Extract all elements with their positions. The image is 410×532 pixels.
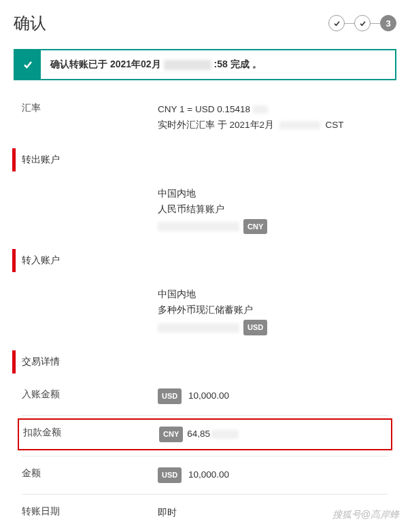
success-banner: 确认转账已于 2021年02月 :58 完成 。 xyxy=(14,49,396,80)
amount-currency-badge: USD xyxy=(158,467,182,483)
redacted-from-account-number xyxy=(158,222,239,231)
from-account-title: 转出账户 xyxy=(22,154,388,166)
redacted-debit-tail xyxy=(211,430,239,439)
progress-stepper: 3 xyxy=(328,15,396,31)
banner-message-suffix: :58 完成 。 xyxy=(214,59,262,71)
to-account-type: 多种外币现汇储蓄账户 xyxy=(158,303,388,318)
to-account-region: 中国内地 xyxy=(158,287,388,303)
amount-value: 10,000.00 xyxy=(188,469,229,480)
credit-amount-label: 入账金额 xyxy=(22,388,158,401)
step-2-done xyxy=(354,15,371,31)
to-account-title: 转入账户 xyxy=(22,254,388,267)
redacted-date xyxy=(164,60,211,70)
to-account-header: 转入账户 xyxy=(0,242,410,279)
credit-currency-badge: USD xyxy=(158,388,182,404)
step-3-active: 3 xyxy=(380,15,396,31)
rate-timestamp-prefix: 实时外汇汇率 于 2021年2月 xyxy=(158,120,274,130)
credit-amount-value: 10,000.00 xyxy=(188,390,229,401)
from-account-region: 中国内地 xyxy=(158,186,388,202)
from-account-type: 人民币结算账户 xyxy=(158,202,388,218)
rate-label: 汇率 xyxy=(22,102,158,114)
debit-amount-label: 扣款金额 xyxy=(23,427,159,439)
from-currency-badge: CNY xyxy=(243,219,267,235)
to-currency-badge: USD xyxy=(243,320,267,335)
rate-timestamp-suffix: CST xyxy=(326,120,344,130)
details-title: 交易详情 xyxy=(22,356,388,368)
banner-message-prefix: 确认转账已于 2021年02月 xyxy=(50,59,161,71)
amount-label: 金额 xyxy=(22,467,158,480)
redacted-rate-time xyxy=(279,121,320,129)
debit-currency-badge: CNY xyxy=(159,427,183,442)
redacted-to-account-number xyxy=(158,323,239,333)
check-icon xyxy=(15,50,41,79)
rate-value: CNY 1 = USD 0.15418 xyxy=(158,104,250,114)
date-label: 转账日期 xyxy=(22,505,158,518)
page-title: 确认 xyxy=(14,12,46,34)
debit-highlight: 扣款金额 CNY 64,85 xyxy=(18,418,392,450)
redacted-rate-tail xyxy=(253,105,268,114)
details-header: 交易详情 xyxy=(0,344,410,380)
debit-amount-prefix: 64,85 xyxy=(187,427,210,442)
from-account-header: 转出账户 xyxy=(0,142,410,178)
watermark: 搜狐号@高岸蜂 xyxy=(332,509,399,521)
step-1-done xyxy=(328,15,345,31)
